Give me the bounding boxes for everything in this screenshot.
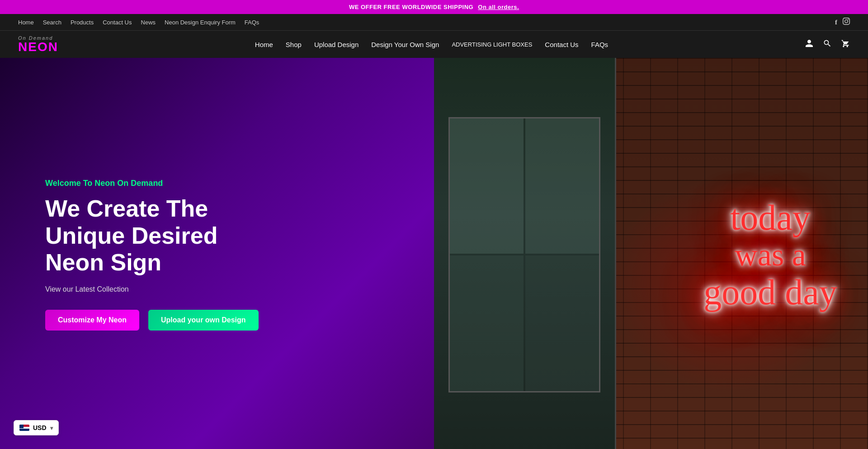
secondary-nav-links: Home Search Products Contact Us News Neo…: [18, 19, 259, 26]
nav-upload-design[interactable]: Upload Design: [314, 41, 359, 48]
announcement-bar: WE OFFER FREE WORLDWIDE SHIPPING On all …: [0, 0, 868, 14]
sec-nav-search[interactable]: Search: [43, 19, 61, 26]
flag-icon: [19, 425, 29, 431]
hero-title: We Create The Unique Desired Neon Sign: [45, 195, 271, 276]
hero-content: Welcome To Neon On Demand We Create The …: [45, 179, 271, 331]
nav-design-own-sign[interactable]: Design Your Own Sign: [371, 41, 439, 48]
sec-nav-faqs[interactable]: FAQs: [245, 19, 259, 26]
hero-left-panel: Welcome To Neon On Demand We Create The …: [0, 58, 434, 449]
nav-advertising-light-boxes[interactable]: ADVERTISING LIGHT BOXES: [452, 41, 532, 48]
facebook-icon[interactable]: f: [835, 19, 837, 26]
announcement-link[interactable]: On all orders.: [478, 4, 519, 10]
sec-nav-enquiry[interactable]: Neon Design Enquiry Form: [165, 19, 236, 26]
hero-subtitle: Welcome To Neon On Demand: [45, 179, 271, 188]
window-frame: [434, 58, 616, 449]
account-icon[interactable]: [805, 39, 814, 50]
main-nav: Home Shop Upload Design Design Your Own …: [255, 41, 608, 48]
currency-selector[interactable]: USD: [14, 420, 59, 435]
sec-nav-contact[interactable]: Contact Us: [103, 19, 132, 26]
customize-button[interactable]: Customize My Neon: [45, 310, 139, 331]
upload-design-button[interactable]: Upload your own Design: [148, 310, 259, 331]
nav-home[interactable]: Home: [255, 41, 273, 48]
hero-buttons: Customize My Neon Upload your own Design: [45, 310, 271, 331]
nav-shop[interactable]: Shop: [286, 41, 302, 48]
hero-right-panel: today was a good day: [434, 58, 868, 449]
logo-bottom-text: NEON: [18, 41, 58, 53]
social-icons: f: [835, 18, 850, 27]
sec-nav-news[interactable]: News: [141, 19, 156, 26]
sec-nav-products[interactable]: Products: [71, 19, 94, 26]
hero-section: Welcome To Neon On Demand We Create The …: [0, 58, 868, 449]
sec-nav-home[interactable]: Home: [18, 19, 34, 26]
search-icon[interactable]: [823, 39, 832, 50]
header-icons: [805, 39, 850, 50]
cart-icon[interactable]: [841, 39, 850, 50]
nav-contact[interactable]: Contact Us: [545, 41, 578, 48]
instagram-icon[interactable]: [843, 18, 850, 27]
currency-chevron: [50, 424, 53, 431]
hero-description[interactable]: View our Latest Collection: [45, 285, 271, 293]
neon-sign: today was a good day: [651, 198, 868, 312]
secondary-nav: Home Search Products Contact Us News Neo…: [0, 14, 868, 30]
main-header: On Demand NEON Home Shop Upload Design D…: [0, 30, 868, 58]
nav-faqs[interactable]: FAQs: [591, 41, 609, 48]
announcement-text: WE OFFER FREE WORLDWIDE SHIPPING: [349, 4, 473, 10]
logo[interactable]: On Demand NEON: [18, 35, 58, 53]
neon-text-display: today was a good day: [651, 198, 868, 312]
currency-code: USD: [33, 424, 47, 431]
